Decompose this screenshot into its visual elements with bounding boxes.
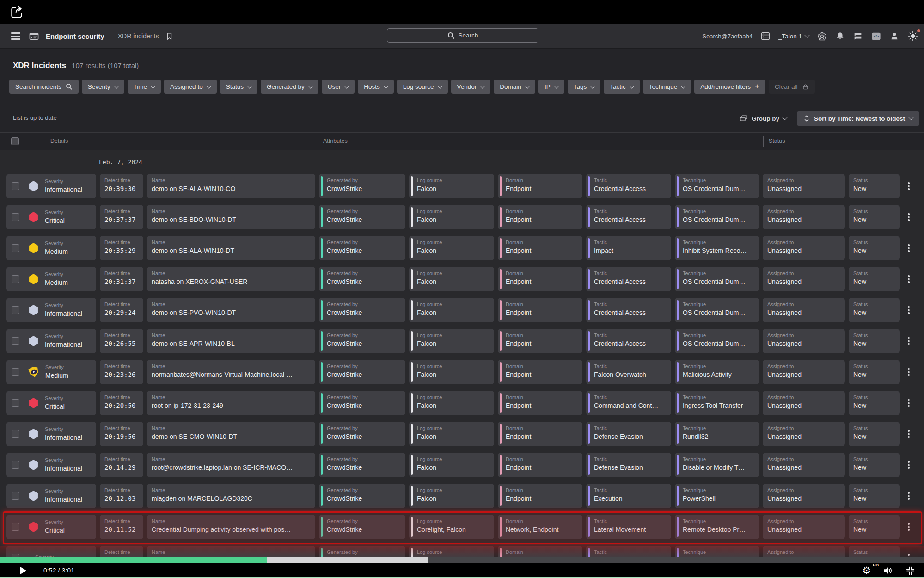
notifications-bell-icon[interactable]	[835, 31, 845, 41]
generated-by-cell[interactable]: Generated byCrowdStrike	[319, 391, 405, 415]
row-menu-button[interactable]	[906, 428, 924, 440]
filter-chip-log-source[interactable]: Log source	[397, 80, 448, 94]
api-code-icon[interactable]: </>	[871, 31, 881, 42]
detect-time-cell[interactable]: Detect time20:23:26	[100, 360, 143, 384]
detect-time-cell[interactable]: Detect time20:35:29	[100, 236, 143, 260]
log-source-cell[interactable]: Log sourceFalcon	[409, 329, 494, 353]
add-remove-filters-button[interactable]: Add/remove filters+	[694, 80, 765, 94]
filter-chip-search-incidents[interactable]: Search incidents	[9, 80, 79, 94]
row-checkbox[interactable]	[12, 213, 19, 221]
filter-chip-assigned-to[interactable]: Assigned to	[164, 80, 217, 94]
instances-icon[interactable]	[760, 31, 771, 41]
play-button[interactable]	[20, 567, 26, 574]
filter-chip-severity[interactable]: Severity	[82, 80, 124, 94]
generated-by-cell[interactable]: Generated byCrowdStrike	[319, 329, 405, 353]
log-source-cell[interactable]: Log sourceFalcon	[409, 236, 494, 260]
detect-time-cell[interactable]: Detect time20:31:37	[100, 267, 143, 291]
video-progress-bar[interactable]	[0, 557, 924, 563]
row-checkbox[interactable]	[12, 337, 19, 345]
name-cell[interactable]: Namenatasha on XEROX-GNAT-USER	[147, 267, 315, 291]
domain-cell[interactable]: DomainEndpoint	[498, 360, 582, 384]
environment-selector[interactable]: _Talon 1	[778, 33, 809, 40]
domain-cell[interactable]: DomainEndpoint	[498, 236, 582, 260]
bookmark-icon[interactable]	[165, 31, 174, 41]
row-menu-button[interactable]	[906, 180, 924, 192]
generated-by-cell[interactable]: Generated byCrowdStrike	[319, 236, 405, 260]
log-source-cell[interactable]: Log sourceFalcon	[409, 422, 494, 446]
technique-cell[interactable]: TechniqueMalicious Activity	[675, 360, 759, 384]
name-cell[interactable]: Namenormanbates@Normans-Virtual-Machine.…	[147, 360, 315, 384]
name-cell[interactable]: Namedemo on SE-ALA-WIN10-DT	[147, 236, 315, 260]
log-source-cell[interactable]: Log sourceFalcon	[409, 205, 494, 229]
name-cell[interactable]: Namedemo on SE-CMO-WIN10-DT	[147, 422, 315, 446]
generated-by-cell[interactable]: Generated byCrowdStrike	[319, 267, 405, 291]
feedback-chat-icon[interactable]	[853, 31, 863, 41]
log-source-cell[interactable]: Log sourceFalcon	[409, 267, 494, 291]
technique-cell[interactable]: TechniquePowerShell	[675, 484, 759, 508]
tactic-cell[interactable]: TacticDefense Evasion	[586, 453, 671, 477]
row-menu-button[interactable]	[906, 242, 924, 254]
log-source-cell[interactable]: Log sourceFalcon	[409, 174, 494, 198]
row-menu-button[interactable]	[906, 490, 924, 502]
tactic-cell[interactable]: TacticCredential Access	[586, 267, 671, 291]
exit-fullscreen-button[interactable]	[905, 566, 916, 576]
row-checkbox[interactable]	[12, 306, 19, 314]
filter-chip-status[interactable]: Status	[220, 80, 257, 94]
filter-chip-time[interactable]: Time	[128, 80, 161, 94]
assigned-to-cell[interactable]: Assigned toUnassigned	[763, 391, 845, 415]
tactic-cell[interactable]: TacticDefense Evasion	[586, 422, 671, 446]
quality-settings-button[interactable]: ⚙ HD	[862, 565, 871, 577]
row-menu-button[interactable]	[906, 459, 924, 471]
log-source-cell[interactable]: Log sourceCorelight, Falcon	[409, 515, 494, 539]
technique-cell[interactable]: TechniqueDisable or Modify T…	[675, 453, 759, 477]
technique-cell[interactable]: TechniqueInhibit System Reco…	[675, 236, 759, 260]
filter-chip-tactic[interactable]: Tactic	[604, 80, 640, 94]
generated-by-cell[interactable]: Generated byCrowdStrike	[319, 453, 405, 477]
severity-cell[interactable]: SeverityInformational	[6, 453, 96, 477]
log-source-cell[interactable]: Log sourceFalcon	[409, 391, 494, 415]
row-menu-button[interactable]	[906, 552, 924, 557]
name-cell[interactable]: Namemlagden on MARCELOLAGD320C	[147, 484, 315, 508]
severity-cell[interactable]: SeverityInformational	[6, 174, 96, 198]
tactic-cell[interactable]: TacticExecution	[586, 484, 671, 508]
generated-by-cell[interactable]: Generated by	[319, 546, 405, 557]
name-cell[interactable]: Namedemo on SE-ALA-WIN10-CO	[147, 174, 315, 198]
generated-by-cell[interactable]: Generated byCrowdStrike	[319, 360, 405, 384]
row-menu-button[interactable]	[906, 397, 924, 409]
status-cell[interactable]: StatusNew	[849, 329, 900, 353]
domain-cell[interactable]: DomainEndpoint	[498, 205, 582, 229]
status-cell[interactable]: StatusNew	[849, 360, 900, 384]
row-menu-button[interactable]	[906, 304, 924, 316]
status-cell[interactable]: StatusNew	[849, 515, 900, 539]
filter-chip-technique[interactable]: Technique	[643, 80, 691, 94]
status-cell[interactable]: StatusNew	[849, 484, 900, 508]
assigned-to-cell[interactable]: Assigned toUnassigned	[763, 298, 845, 322]
row-menu-button[interactable]	[906, 273, 924, 285]
log-source-cell[interactable]: Log sourceFalcon	[409, 360, 494, 384]
log-source-cell[interactable]: Log sourceFalcon	[409, 484, 494, 508]
domain-cell[interactable]: DomainNetwork, Endpoint	[498, 515, 582, 539]
assigned-to-cell[interactable]: Assigned toUnassigned	[763, 174, 845, 198]
domain-cell[interactable]: Domain	[498, 546, 582, 557]
technique-cell[interactable]: TechniqueIngress Tool Transfer	[675, 391, 759, 415]
row-checkbox[interactable]	[12, 523, 19, 531]
domain-cell[interactable]: DomainEndpoint	[498, 298, 582, 322]
severity-cell[interactable]: SeverityInformational	[6, 422, 96, 446]
row-checkbox[interactable]	[12, 244, 19, 252]
filter-chip-ip[interactable]: IP	[538, 80, 564, 94]
assigned-to-cell[interactable]: Assigned toUnassigned	[763, 236, 845, 260]
technique-cell[interactable]: TechniqueOS Credential Dum…	[675, 174, 759, 198]
tactic-cell[interactable]: TacticCredential Access	[586, 329, 671, 353]
row-menu-button[interactable]	[906, 366, 924, 378]
filter-chip-vendor[interactable]: Vendor	[451, 80, 491, 94]
technique-cell[interactable]: TechniqueOS Credential Dum…	[675, 205, 759, 229]
name-cell[interactable]: Nameroot@crowdstrike.laptop.lan on SE-IC…	[147, 453, 315, 477]
log-source-cell[interactable]: Log sourceFalcon	[409, 453, 494, 477]
severity-cell[interactable]: Severity	[6, 546, 96, 557]
assigned-to-cell[interactable]: Assigned toUnassigned	[763, 267, 845, 291]
detect-time-cell[interactable]: Detect time20:37:37	[100, 205, 143, 229]
row-checkbox[interactable]	[12, 492, 19, 500]
tactic-cell[interactable]: TacticFalcon Overwatch	[586, 360, 671, 384]
severity-cell[interactable]: SeverityInformational	[6, 329, 96, 353]
breadcrumb[interactable]: XDR incidents	[118, 32, 159, 40]
